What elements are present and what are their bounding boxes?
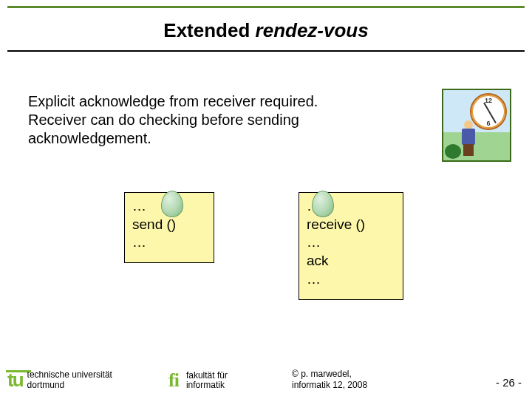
- copyright: © p. marwedel, informatik 12, 2008: [292, 369, 367, 390]
- clock-12: 12: [485, 97, 492, 104]
- title-underline: [7, 50, 525, 52]
- slide-title: Extended rendez-vous: [0, 19, 532, 42]
- faculty-name: fakultät für informatik: [186, 371, 228, 390]
- page-number: - 26 -: [496, 376, 522, 389]
- time-clipart: 12 6: [442, 89, 511, 162]
- fi-logo: fi fakultät für informatik: [168, 369, 228, 392]
- clock-6: 6: [486, 120, 490, 127]
- body-line-1: Explicit acknowledge from receiver requi…: [28, 92, 398, 111]
- receiver-l5: …: [307, 270, 395, 289]
- footer: tu technische universität dortmund fi fa…: [0, 364, 532, 393]
- fi-mark: fi: [168, 369, 179, 392]
- person-icon: [457, 120, 479, 157]
- process-token-1: [161, 191, 183, 217]
- tu-mark: tu: [7, 369, 23, 392]
- title-italic: rendez-vous: [256, 19, 369, 41]
- body-line-2: Receiver can do checking before sending …: [28, 111, 398, 148]
- title-plain: Extended: [163, 19, 255, 41]
- receiver-l3: …: [307, 233, 395, 252]
- process-token-2: [312, 191, 334, 217]
- university-name: technische universität dortmund: [27, 370, 112, 389]
- tu-logo: tu technische universität dortmund: [7, 369, 112, 392]
- sender-l2: send (): [132, 216, 206, 234]
- sender-l3: …: [132, 233, 206, 252]
- body-text: Explicit acknowledge from receiver requi…: [28, 92, 398, 148]
- top-rule: [7, 6, 525, 8]
- receiver-l2: receive (): [307, 216, 395, 234]
- receiver-l4: ack: [307, 252, 395, 270]
